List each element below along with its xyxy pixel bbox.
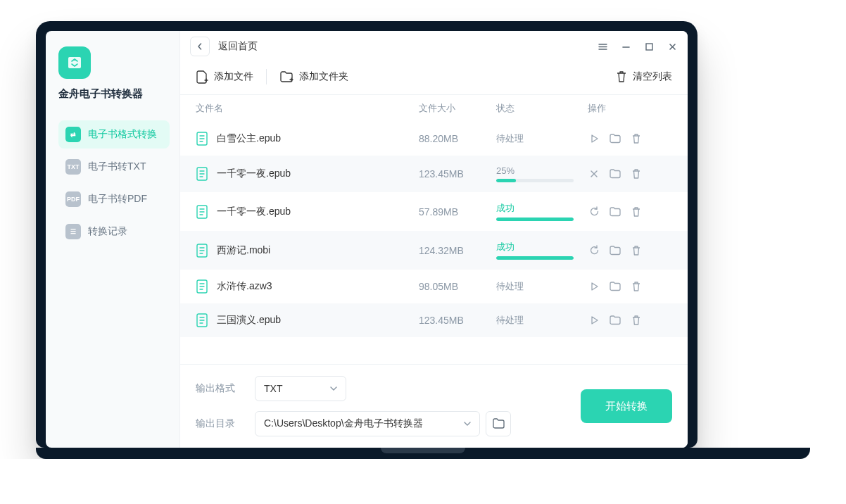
- sidebar-item-label: 电子书转TXT: [88, 160, 146, 173]
- file-name: 一千零一夜.epub: [217, 206, 291, 218]
- sidebar-item-label: 转换记录: [88, 225, 127, 238]
- open-folder-icon[interactable]: [609, 244, 621, 257]
- sidebar-item-1[interactable]: TXT电子书转TXT: [58, 153, 170, 181]
- start-convert-button[interactable]: 开始转换: [581, 389, 672, 423]
- file-icon: [196, 244, 208, 258]
- table-row: 一千零一夜.epub57.89MB成功: [180, 192, 688, 231]
- delete-icon[interactable]: [630, 244, 643, 257]
- output-format-value: TXT: [264, 383, 282, 394]
- chevron-down-icon: [464, 422, 471, 426]
- sidebar-item-icon: ☰: [65, 224, 81, 239]
- file-size: 98.05MB: [419, 281, 496, 292]
- file-size: 123.45MB: [419, 315, 496, 326]
- file-name: 白雪公主.epub: [217, 132, 281, 145]
- trash-icon: [616, 70, 627, 83]
- add-folder-label: 添加文件夹: [299, 70, 348, 83]
- clear-list-button[interactable]: 清空列表: [616, 70, 672, 83]
- play-icon[interactable]: [588, 132, 600, 145]
- path-label: 输出目录: [196, 417, 245, 430]
- maximize-button[interactable]: [644, 42, 655, 52]
- back-button[interactable]: [190, 37, 210, 56]
- sidebar-item-icon: TXT: [65, 159, 81, 175]
- col-header-status: 状态: [496, 102, 588, 115]
- page-title: 返回首页: [218, 40, 258, 53]
- file-size: 88.20MB: [419, 133, 496, 144]
- retry-icon[interactable]: [588, 244, 600, 257]
- output-path-select[interactable]: C:\Users\Desktop\金舟电子书转换器: [255, 411, 480, 436]
- open-folder-icon[interactable]: [609, 132, 621, 145]
- open-folder-icon[interactable]: [609, 314, 621, 327]
- retry-icon[interactable]: [588, 206, 600, 218]
- app-title: 金舟电子书转换器: [58, 87, 170, 101]
- status-text: 待处理: [496, 133, 524, 144]
- minimize-button[interactable]: [621, 42, 631, 52]
- cancel-icon[interactable]: [588, 168, 600, 180]
- output-path-value: C:\Users\Desktop\金舟电子书转换器: [264, 417, 423, 430]
- file-name: 水浒传.azw3: [217, 280, 272, 293]
- svg-rect-1: [646, 44, 652, 50]
- start-convert-label: 开始转换: [605, 400, 648, 412]
- table-row: 水浒传.azw398.05MB待处理: [180, 270, 688, 303]
- sidebar-item-label: 电子书转PDF: [88, 193, 147, 206]
- open-folder-icon[interactable]: [609, 168, 621, 180]
- status-text: 成功: [496, 202, 588, 215]
- toolbar-separator: [266, 69, 267, 84]
- format-label: 输出格式: [196, 382, 245, 395]
- table-row: 西游记.mobi124.32MB成功: [180, 231, 688, 270]
- sidebar-item-label: 电子书格式转换: [88, 128, 157, 141]
- col-header-name: 文件名: [196, 102, 419, 115]
- play-icon[interactable]: [588, 280, 600, 293]
- file-icon: [196, 313, 208, 327]
- progress-bar: [496, 256, 574, 260]
- file-icon: [196, 132, 208, 146]
- file-icon: [196, 167, 208, 181]
- progress-bar: [496, 218, 574, 221]
- output-format-select[interactable]: TXT: [255, 376, 346, 401]
- add-folder-icon: [279, 70, 293, 83]
- sidebar-item-2[interactable]: PDF电子书转PDF: [58, 185, 170, 213]
- status-text: 25%: [496, 165, 588, 176]
- sidebar-item-icon: ⇄: [65, 127, 81, 142]
- table-row: 三国演义.epub123.45MB待处理: [180, 303, 688, 337]
- add-folder-button[interactable]: 添加文件夹: [279, 70, 348, 83]
- file-size: 123.45MB: [419, 168, 496, 179]
- delete-icon[interactable]: [630, 168, 643, 180]
- delete-icon[interactable]: [630, 280, 643, 293]
- col-header-ops: 操作: [588, 102, 672, 115]
- close-button[interactable]: [667, 42, 678, 52]
- file-name: 三国演义.epub: [217, 314, 281, 327]
- table-row: 白雪公主.epub88.20MB待处理: [180, 122, 688, 156]
- app-logo-icon: [58, 46, 91, 79]
- file-icon: [196, 279, 208, 294]
- file-size: 57.89MB: [419, 206, 496, 218]
- delete-icon[interactable]: [630, 132, 643, 145]
- open-folder-icon[interactable]: [609, 280, 621, 293]
- sidebar-item-0[interactable]: ⇄电子书格式转换: [58, 120, 170, 149]
- add-file-icon: [196, 70, 208, 84]
- add-file-label: 添加文件: [214, 70, 253, 83]
- file-icon: [196, 205, 208, 219]
- file-size: 124.32MB: [419, 245, 496, 256]
- sidebar-item-icon: PDF: [65, 191, 81, 207]
- play-icon[interactable]: [588, 314, 600, 327]
- status-text: 待处理: [496, 281, 524, 291]
- file-name: 西游记.mobi: [217, 244, 270, 257]
- col-header-size: 文件大小: [419, 102, 496, 115]
- delete-icon[interactable]: [630, 206, 643, 218]
- add-file-button[interactable]: 添加文件: [196, 70, 253, 84]
- sidebar-item-3[interactable]: ☰转换记录: [58, 218, 170, 246]
- status-text: 待处理: [496, 315, 524, 325]
- progress-bar: [496, 179, 574, 182]
- delete-icon[interactable]: [630, 314, 643, 327]
- open-folder-icon[interactable]: [609, 206, 621, 218]
- status-text: 成功: [496, 241, 588, 253]
- table-row: 一千零一夜.epub123.45MB25%: [180, 156, 688, 192]
- menu-icon[interactable]: [598, 42, 608, 52]
- clear-list-label: 清空列表: [633, 70, 672, 83]
- file-name: 一千零一夜.epub: [217, 168, 291, 180]
- browse-folder-button[interactable]: [486, 411, 511, 436]
- chevron-down-icon: [330, 386, 337, 391]
